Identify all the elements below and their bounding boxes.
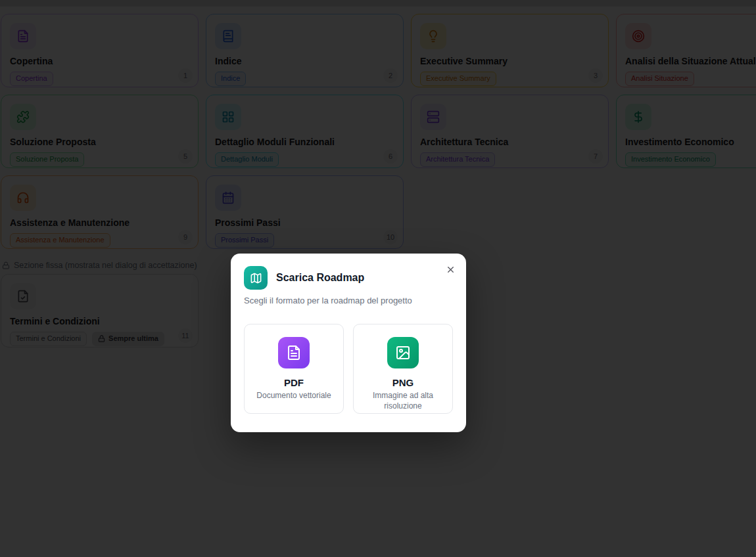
format-option-png[interactable]: PNG Immagine ad alta risoluzione <box>353 324 453 414</box>
download-roadmap-modal: Scarica Roadmap Scegli il formato per la… <box>231 254 466 432</box>
file-text-icon <box>278 337 310 368</box>
format-label: PDF <box>284 377 304 388</box>
format-options: PDF Documento vettoriale PNG Immagine ad… <box>244 324 453 414</box>
modal-subtitle: Scegli il formato per la roadmap del pro… <box>244 296 453 305</box>
format-option-pdf[interactable]: PDF Documento vettoriale <box>244 324 344 414</box>
format-label: PNG <box>392 377 414 388</box>
format-description: Immagine ad alta risoluzione <box>364 390 442 411</box>
image-icon <box>387 337 419 368</box>
format-description: Documento vettoriale <box>256 390 331 401</box>
close-icon[interactable] <box>443 262 458 277</box>
modal-header: Scarica Roadmap <box>244 266 453 290</box>
modal-title: Scarica Roadmap <box>276 272 364 284</box>
map-icon <box>244 266 268 290</box>
